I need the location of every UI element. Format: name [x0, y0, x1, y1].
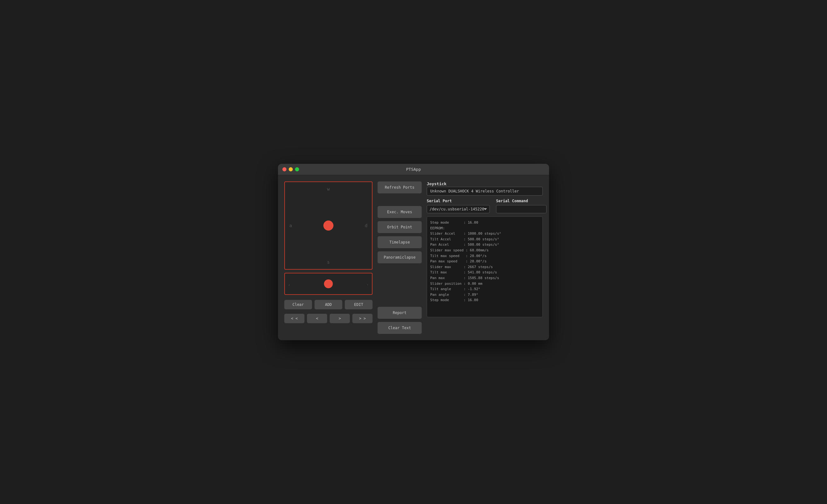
serial-port-label: Serial Port — [427, 199, 490, 203]
wasd-left-label: a — [289, 223, 292, 228]
console-line: Slider max speed : 60.00mm/s — [430, 248, 539, 253]
window-title: PTSApp — [406, 167, 421, 172]
serial-port-col: Serial Port /dev/cu.usbserial-145220 — [427, 199, 490, 213]
console-line: Tilt Accel : 500.00 steps/s² — [430, 237, 539, 242]
app-window: PTSApp w s a d , . Clear ADD ED — [278, 164, 549, 340]
edit-button[interactable]: EDIT — [345, 300, 373, 309]
timelapse-button[interactable]: Timelapse — [378, 236, 422, 248]
serial-port-select[interactable]: /dev/cu.usbserial-145220 — [427, 205, 490, 213]
titlebar: PTSApp — [278, 164, 549, 175]
console-line: Tilt max speed : 20.00°/s — [430, 253, 539, 259]
console-line: Step mode : 16.00 — [430, 220, 539, 225]
wasd-right-label: d — [365, 223, 368, 228]
secondary-right-label: . — [367, 282, 369, 286]
console-line: Slider max : 2667 steps/s — [430, 264, 539, 270]
serial-command-input[interactable] — [496, 205, 546, 213]
orbit-point-button[interactable]: Orbit Point — [378, 221, 422, 233]
main-joystick-area: w s a d — [284, 182, 373, 270]
secondary-joystick-dot — [324, 280, 333, 288]
panoramiclapse-button[interactable]: Panoramiclapse — [378, 251, 422, 263]
console-line: Slider position : 0.00 mm — [430, 281, 539, 287]
report-button[interactable]: Report — [378, 307, 422, 319]
serial-row: Serial Port /dev/cu.usbserial-145220 Ser… — [427, 199, 543, 213]
close-button[interactable] — [282, 167, 287, 171]
action-button-row: Clear ADD EDIT — [284, 300, 373, 309]
next-next-button[interactable]: > > — [352, 314, 373, 323]
minimize-button[interactable] — [289, 167, 293, 171]
secondary-joystick-area: , . — [284, 273, 373, 295]
console-line: Tilt max : 541.80 steps/s — [430, 270, 539, 275]
secondary-left-label: , — [288, 282, 290, 286]
console-line: Pan angle : 7.89° — [430, 292, 539, 298]
prev-button[interactable]: < — [307, 314, 327, 323]
serial-command-label: Serial Command — [496, 199, 546, 203]
add-button[interactable]: ADD — [314, 300, 342, 309]
prev-prev-button[interactable]: < < — [284, 314, 304, 323]
next-button[interactable]: > — [330, 314, 350, 323]
clear-text-button[interactable]: Clear Text — [378, 322, 422, 334]
joystick-label: Joystick — [427, 182, 543, 186]
joystick-section: Joystick Unknown DUALSHOCK 4 Wireless Co… — [427, 182, 543, 196]
refresh-ports-button[interactable]: Refresh Ports — [378, 182, 422, 193]
clear-button[interactable]: Clear — [284, 300, 312, 309]
console-line: Pan max speed : 20.00°/s — [430, 259, 539, 264]
console-output[interactable]: Step mode : 16.00EEPROM:Slider Accel : 1… — [427, 216, 543, 317]
wasd-up-label: w — [327, 187, 330, 192]
console-line: Tilt angle : -1.92° — [430, 286, 539, 292]
maximize-button[interactable] — [295, 167, 299, 171]
console-line: Pan Accel : 500.00 steps/s² — [430, 242, 539, 248]
main-joystick-dot — [323, 220, 333, 231]
middle-panel: Refresh Ports Exec. Moves Orbit Point Ti… — [378, 182, 422, 334]
traffic-lights — [282, 167, 299, 171]
joystick-device-display: Unknown DUALSHOCK 4 Wireless Controller — [427, 187, 543, 196]
left-panel: w s a d , . Clear ADD EDIT < < < — [284, 182, 373, 334]
exec-moves-button[interactable]: Exec. Moves — [378, 206, 422, 218]
main-content: w s a d , . Clear ADD EDIT < < < — [278, 175, 549, 340]
console-line: Pan max : 1505.88 steps/s — [430, 275, 539, 281]
console-line: Slider Accel : 1000.00 steps/s² — [430, 231, 539, 237]
console-line: EEPROM: — [430, 225, 539, 231]
console-line: Step mode : 16.00 — [430, 297, 539, 303]
right-panel: Joystick Unknown DUALSHOCK 4 Wireless Co… — [427, 182, 543, 334]
serial-command-col: Serial Command — [496, 199, 546, 213]
nav-button-row: < < < > > > — [284, 314, 373, 323]
wasd-down-label: s — [327, 260, 330, 265]
